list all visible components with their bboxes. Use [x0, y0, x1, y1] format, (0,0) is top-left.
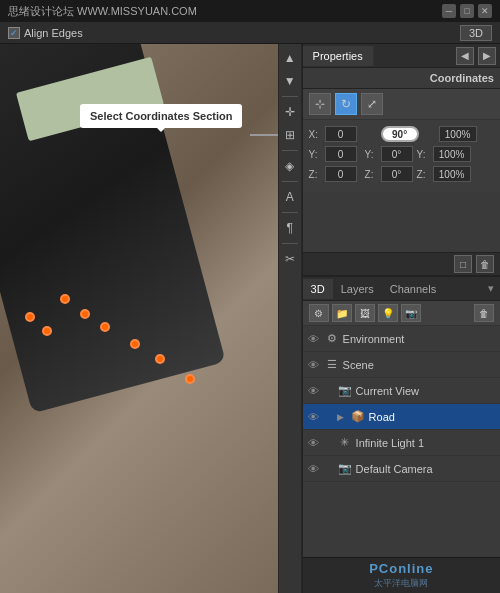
visibility-icon[interactable]: 👁 [307, 358, 321, 372]
canvas-area[interactable]: Select Coordinates Section [0, 44, 278, 593]
close-button[interactable]: ✕ [478, 4, 492, 18]
y-angle-field[interactable] [381, 146, 413, 162]
callout-box: Select Coordinates Section [80, 104, 242, 128]
layer-name: Infinite Light 1 [356, 437, 496, 449]
layer-name: Road [369, 411, 496, 423]
arrow-up-icon: ▲ [280, 48, 300, 68]
tab-3d[interactable]: 3D [303, 279, 333, 299]
angle-y-label: Y: [365, 149, 379, 160]
y-axis-label: Y: [309, 149, 323, 160]
x-axis-label: X: [309, 129, 323, 140]
layer-item-current-view[interactable]: 👁 📷 Current View [303, 378, 500, 404]
layer-item-environment[interactable]: 👁 ⚙ Environment [303, 326, 500, 352]
panel-bottom-icons: □ 🗑 [303, 252, 500, 275]
tab-properties[interactable]: Properties [303, 46, 374, 66]
align-edges-checkbox[interactable]: ✓ Align Edges [8, 27, 83, 39]
selection-dot [155, 354, 165, 364]
save-state-btn[interactable]: □ [454, 255, 472, 273]
collapse-icon[interactable]: ▶ [478, 47, 496, 65]
new-folder-btn[interactable]: 📁 [332, 304, 352, 322]
visibility-icon[interactable]: 👁 [307, 410, 321, 424]
vertical-toolbar: ▲ ▼ ✛ ⊞ ◈ A ¶ ✂ [278, 44, 302, 593]
selection-dot [100, 322, 110, 332]
check-icon: ✓ [8, 27, 20, 39]
layers-list: 👁 ⚙ Environment 👁 ☰ Scene 👁 📷 Current Vi… [303, 326, 500, 557]
scale-icon-btn[interactable]: ⤢ [361, 93, 383, 115]
material-icon[interactable]: ◈ [280, 156, 300, 176]
coord-row-z: Z: Z: Z: [309, 166, 494, 182]
watermark-sub: 太平洋电脑网 [369, 577, 433, 590]
tab-layers[interactable]: Layers [333, 279, 382, 299]
menubar: ✓ Align Edges 3D [0, 22, 500, 44]
move-tool-icon[interactable]: ✛ [280, 102, 300, 122]
layer-name: Environment [343, 333, 496, 345]
pct-z-label: Z: [417, 169, 431, 180]
coordinates-section: X: Y: Y: Y: Z: [303, 120, 500, 192]
panel-tabs: Properties ◀ ▶ [303, 44, 500, 68]
filter-btn[interactable]: ⚙ [309, 304, 329, 322]
z-angle-field[interactable] [381, 166, 413, 182]
new-light-btn[interactable]: 💡 [378, 304, 398, 322]
transform-icon[interactable]: ⊞ [280, 125, 300, 145]
angle-z-label: Z: [365, 169, 379, 180]
x-scale-field[interactable] [439, 126, 477, 142]
selection-dot [25, 312, 35, 322]
selection-dot [80, 309, 90, 319]
tab-channels[interactable]: Channels [382, 279, 444, 299]
layer-name: Default Camera [356, 463, 496, 475]
environment-icon: ⚙ [324, 331, 340, 347]
expand-icon[interactable]: ◀ [456, 47, 474, 65]
arrow-down-icon: ▼ [280, 71, 300, 91]
paragraph-icon[interactable]: ¶ [280, 218, 300, 238]
trash-layer-btn[interactable]: 🗑 [474, 304, 494, 322]
toolbar-separator [282, 150, 298, 151]
x-position-field[interactable] [325, 126, 357, 142]
toolbar-separator [282, 181, 298, 182]
titlebar: 思绪设计论坛 WWW.MISSYUAN.COM ─ □ ✕ [0, 0, 500, 22]
selection-dot [60, 294, 70, 304]
callout-text: Select Coordinates Section [90, 110, 232, 122]
watermark: PConline 太平洋电脑网 [303, 557, 500, 593]
mesh-icon: 📦 [350, 409, 366, 425]
selection-dot [185, 374, 195, 384]
trash-btn[interactable]: 🗑 [476, 255, 494, 273]
layer-item-road[interactable]: 👁 ▶ 📦 Road [303, 404, 500, 430]
text-icon[interactable]: A [280, 187, 300, 207]
layers-tabs: 3D Layers Channels ▾ [303, 277, 500, 301]
align-edges-label: Align Edges [24, 27, 83, 39]
rotate-icon-btn[interactable]: ↻ [335, 93, 357, 115]
z-scale-field[interactable] [433, 166, 471, 182]
title-text: 思绪设计论坛 WWW.MISSYUAN.COM [8, 4, 197, 19]
new-image-btn[interactable]: 🖼 [355, 304, 375, 322]
properties-panel: Properties ◀ ▶ Coordinates ⊹ ↻ ⤢ X: [303, 44, 500, 275]
maximize-button[interactable]: □ [460, 4, 474, 18]
layers-panel: 3D Layers Channels ▾ ⚙ 📁 🖼 💡 📷 🗑 👁 [303, 275, 500, 557]
light-icon: ✳ [337, 435, 353, 451]
layer-item-scene[interactable]: 👁 ☰ Scene [303, 352, 500, 378]
properties-icons-row: ⊹ ↻ ⤢ [303, 89, 500, 120]
coordinates-header: Coordinates [303, 68, 500, 89]
layer-item-infinite-light[interactable]: 👁 ✳ Infinite Light 1 [303, 430, 500, 456]
layer-item-default-camera[interactable]: 👁 📷 Default Camera [303, 456, 500, 482]
view-3d-button[interactable]: 3D [460, 25, 492, 41]
x-angle-field[interactable] [381, 126, 419, 142]
expand-arrow[interactable]: ▶ [337, 412, 347, 422]
y-position-field[interactable] [325, 146, 357, 162]
visibility-icon[interactable]: 👁 [307, 462, 321, 476]
toolbar-separator [282, 96, 298, 97]
window-controls[interactable]: ─ □ ✕ [442, 4, 492, 18]
pct-y-label: Y: [417, 149, 431, 160]
selection-dot [130, 339, 140, 349]
minimize-button[interactable]: ─ [442, 4, 456, 18]
move-icon-btn[interactable]: ⊹ [309, 93, 331, 115]
callout-line [250, 134, 278, 136]
visibility-icon[interactable]: 👁 [307, 332, 321, 346]
settings-icon[interactable]: ✂ [280, 249, 300, 269]
z-position-field[interactable] [325, 166, 357, 182]
toolbar-separator [282, 212, 298, 213]
new-camera-btn[interactable]: 📷 [401, 304, 421, 322]
y-scale-field[interactable] [433, 146, 471, 162]
layers-expand-btn[interactable]: ▾ [482, 278, 500, 299]
visibility-icon[interactable]: 👁 [307, 436, 321, 450]
visibility-icon[interactable]: 👁 [307, 384, 321, 398]
